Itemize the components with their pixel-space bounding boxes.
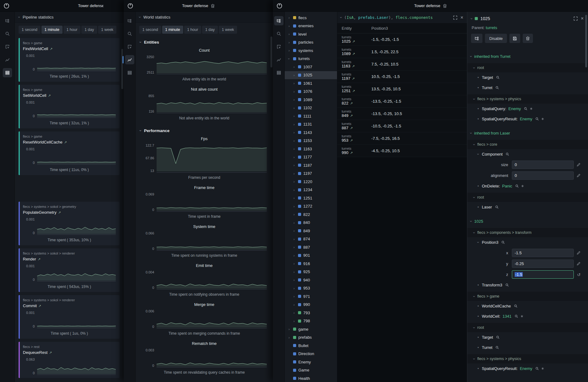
- tree-item-Health[interactable]: Health: [285, 374, 337, 382]
- expand-arrow-icon[interactable]: ›: [292, 278, 296, 282]
- tree-item-1153[interactable]: ›1153: [285, 137, 337, 145]
- link-arrow-icon[interactable]: ↗: [352, 52, 355, 56]
- chart-icon[interactable]: [274, 55, 283, 64]
- entity-id-link[interactable]: 1163: [342, 64, 350, 68]
- expand-arrow-icon[interactable]: ›: [292, 245, 296, 249]
- query-input[interactable]: (IsA, prefabs.Laser), flecs.components: [344, 15, 450, 20]
- tag-row-Turret[interactable]: •Turret: [467, 342, 588, 353]
- link-arrow-icon[interactable]: ↗: [49, 351, 52, 354]
- entity-id-link[interactable]: 849: [342, 113, 348, 118]
- link-arrow-icon[interactable]: ↗: [38, 257, 41, 261]
- tree-item-Game[interactable]: Game: [285, 366, 337, 375]
- time-range-button[interactable]: 1 week: [219, 26, 237, 34]
- search-icon[interactable]: [125, 29, 134, 38]
- expand-icon[interactable]: [453, 15, 457, 20]
- component-path-header[interactable]: ›flecs > systems > physics: [467, 94, 588, 104]
- inspector-section-header[interactable]: ›inherited from Laser: [467, 128, 588, 138]
- time-range-button[interactable]: 1 hour: [63, 26, 80, 34]
- entity-id-link[interactable]: 822: [342, 101, 348, 105]
- field-input[interactable]: 0: [512, 171, 574, 180]
- search-icon[interactable]: [3, 29, 12, 38]
- component-path-header[interactable]: ›root: [467, 323, 588, 332]
- tree-item-systems[interactable]: ›systems: [285, 46, 337, 55]
- expand-arrow-icon[interactable]: ›: [292, 254, 296, 257]
- time-range-button[interactable]: 1 minute: [162, 26, 183, 34]
- tag-row-WorldCellCache[interactable]: •WorldCellCache: [467, 301, 588, 311]
- entity-tree-icon[interactable]: [125, 16, 134, 25]
- link-arrow-icon[interactable]: ↗: [48, 94, 51, 97]
- expand-arrow-icon[interactable]: ›: [292, 73, 296, 77]
- magnifier-icon[interactable]: [495, 86, 499, 89]
- tree-item-enemies[interactable]: ›enemies: [285, 22, 337, 30]
- tree-item-1061[interactable]: ›1061: [285, 79, 337, 88]
- link-arrow-icon[interactable]: ↗: [64, 140, 67, 144]
- close-icon[interactable]: ×: [460, 15, 464, 20]
- expand-arrow-icon[interactable]: ›: [292, 319, 296, 323]
- tree-item-1102[interactable]: ›1102: [285, 104, 337, 112]
- time-range-button[interactable]: 1 second: [19, 26, 41, 34]
- link-arrow-icon[interactable]: ↗: [38, 304, 41, 308]
- component-value-link[interactable]: Enemy: [520, 117, 532, 121]
- expand-arrow-icon[interactable]: ›: [287, 16, 291, 19]
- time-range-button[interactable]: 1 second: [139, 26, 161, 34]
- tree-item-1272[interactable]: ›1272: [285, 202, 337, 211]
- link-arrow-icon[interactable]: ↗: [350, 126, 353, 130]
- world-statistics-header[interactable]: › World statistics: [136, 12, 273, 23]
- expand-icon[interactable]: [573, 16, 578, 21]
- entity-id-link[interactable]: 953: [342, 138, 348, 143]
- magnifier-icon[interactable]: [501, 241, 505, 244]
- component-value-link[interactable]: 1341: [503, 314, 512, 319]
- tree-item-1234[interactable]: ›1234: [285, 186, 337, 194]
- link-arrow-icon[interactable]: ↗: [352, 77, 355, 80]
- link-arrow-icon[interactable]: ↗: [352, 64, 355, 68]
- tree-item-798[interactable]: ›798: [285, 317, 337, 325]
- pair-row-SpatialQueryResult[interactable]: •SpatialQueryResult:Enemy: [467, 114, 588, 124]
- expand-arrow-icon[interactable]: ›: [292, 303, 296, 307]
- pencil-icon[interactable]: [574, 262, 581, 266]
- component-value-link[interactable]: Enemy: [520, 366, 532, 371]
- tree-item-953[interactable]: ›953: [285, 284, 337, 293]
- expand-arrow-icon[interactable]: ›: [292, 131, 296, 134]
- table-icon[interactable]: [274, 68, 283, 77]
- query-result-row[interactable]: turrets822↗-13.5, -0.25, -1.5: [337, 95, 467, 108]
- scrollbar-thumb[interactable]: [270, 36, 272, 67]
- expand-arrow-icon[interactable]: ›: [292, 139, 296, 143]
- query-result-row[interactable]: turrets953↗-7.5, -0.25, 16.5: [337, 132, 467, 145]
- magnifier-icon[interactable]: [496, 76, 499, 79]
- expand-arrow-icon[interactable]: ›: [287, 336, 291, 339]
- expand-arrow-icon[interactable]: ›: [287, 327, 291, 331]
- pencil-icon[interactable]: [574, 251, 581, 255]
- link-arrow-icon[interactable]: ↗: [350, 114, 353, 118]
- chart-icon[interactable]: [3, 55, 12, 64]
- expand-arrow-icon[interactable]: ›: [292, 147, 296, 151]
- table-icon[interactable]: [3, 68, 12, 77]
- tree-item-971[interactable]: ›971: [285, 292, 337, 301]
- pencil-icon[interactable]: [574, 163, 581, 167]
- query-result-row[interactable]: turrets887↗-10.5, -0.25, -1.5: [337, 120, 467, 132]
- entity-id-link[interactable]: 1197: [342, 76, 350, 81]
- inspect-icon[interactable]: [3, 42, 12, 51]
- tree-item-849[interactable]: ›849: [285, 227, 337, 235]
- component-path-header[interactable]: ›root: [467, 63, 588, 72]
- field-input[interactable]: 0: [512, 161, 574, 169]
- time-range-button[interactable]: 1 week: [98, 26, 117, 34]
- magnifier-icon[interactable]: [506, 152, 509, 156]
- trash-icon[interactable]: [443, 4, 447, 8]
- close-icon[interactable]: ×: [580, 16, 584, 21]
- query-result-row[interactable]: turrets1197↗10.5, -0.25, -1.5: [337, 71, 467, 83]
- query-result-row[interactable]: turrets1025↗-1.5, -0.25, -1.5: [337, 33, 467, 46]
- magnifier-icon[interactable]: [495, 346, 499, 349]
- field-input[interactable]: -1.5: [512, 270, 574, 279]
- expand-arrow-icon[interactable]: ›: [292, 65, 296, 69]
- disable-button[interactable]: Disable: [485, 34, 507, 43]
- chevron-down-icon[interactable]: ›: [470, 18, 474, 19]
- query-result-row[interactable]: turrets990↗-4.5, -0.25, 10.5: [337, 145, 467, 157]
- expand-arrow-icon[interactable]: ›: [292, 204, 296, 208]
- tree-item-1131[interactable]: ›1131: [285, 120, 337, 129]
- stats-group-header[interactable]: ›Entities: [136, 37, 273, 47]
- pencil-icon[interactable]: [574, 174, 581, 178]
- tree-item-1111[interactable]: ›1111: [285, 112, 337, 120]
- tree-item-925[interactable]: ›925: [285, 268, 337, 276]
- tree-item-874[interactable]: ›874: [285, 235, 337, 243]
- component-path-header[interactable]: ›flecs > game: [467, 292, 588, 301]
